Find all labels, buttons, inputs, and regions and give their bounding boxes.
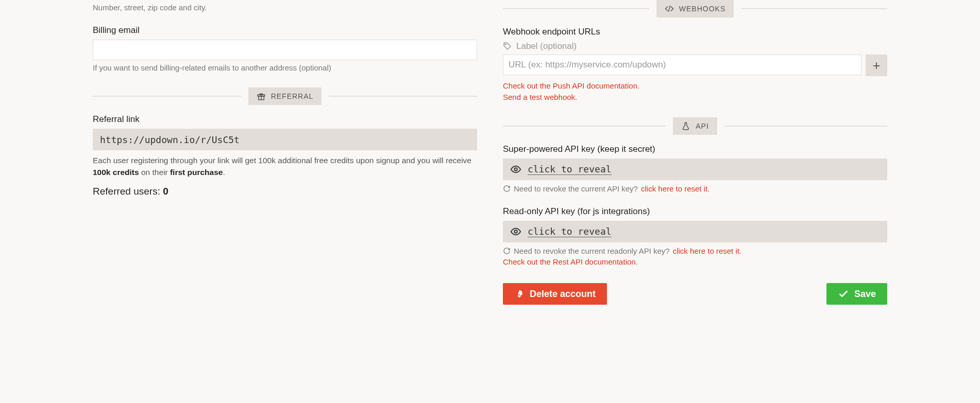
referral-section-badge: REFERRAL <box>248 87 322 105</box>
billing-email-help: If you want to send billing-related emai… <box>93 63 477 72</box>
refresh-icon <box>503 247 511 255</box>
referral-link-label: Referral link <box>93 114 477 125</box>
revoke-readonly-api-key-text: Need to revoke the current readonly API … <box>514 247 670 255</box>
webhook-url-input[interactable] <box>503 55 861 75</box>
reset-readonly-api-key-link[interactable]: click here to reset it. <box>673 247 741 255</box>
divider-line <box>503 8 649 9</box>
divider-line <box>93 96 241 97</box>
check-icon <box>838 288 849 300</box>
plus-icon: + <box>872 58 880 74</box>
revoke-api-key-text: Need to revoke the current API key? <box>514 184 638 193</box>
eye-icon <box>510 226 521 237</box>
click-to-reveal[interactable]: click to reveal <box>528 164 612 175</box>
delete-account-button[interactable]: Delete account <box>503 283 607 305</box>
readonly-api-key-box[interactable]: click to reveal <box>503 221 887 242</box>
referred-users: Referred users: 0 <box>93 186 477 197</box>
svg-point-3 <box>514 168 517 171</box>
divider-line <box>329 96 477 97</box>
api-section-label: API <box>696 122 709 130</box>
refresh-icon <box>503 185 511 192</box>
address-help: Number, street, zip code and city. <box>93 3 477 12</box>
eye-icon <box>510 164 521 175</box>
flame-icon <box>514 289 525 299</box>
referral-link-box[interactable]: https://updown.io/r/UsC5t <box>93 129 477 150</box>
click-to-reveal[interactable]: click to reveal <box>528 226 612 237</box>
divider-line <box>741 8 887 9</box>
api-section-badge: API <box>673 117 717 135</box>
add-webhook-button[interactable]: + <box>866 55 887 76</box>
super-api-key-box[interactable]: click to reveal <box>503 159 887 180</box>
gift-icon <box>257 92 266 101</box>
save-button[interactable]: Save <box>826 283 887 305</box>
rest-api-doc-link[interactable]: Check out the Rest API documentation. <box>503 257 638 266</box>
tag-icon <box>503 42 512 51</box>
flask-icon <box>681 121 690 131</box>
referral-description: Each user registering through your link … <box>93 154 477 179</box>
super-api-key-label: Super-powered API key (keep it secret) <box>503 144 887 154</box>
webhooks-section-label: WEBHOOKS <box>679 5 725 13</box>
referral-link-value: https://updown.io/r/UsC5t <box>100 134 240 145</box>
billing-email-label: Billing email <box>93 25 477 36</box>
divider-line <box>724 126 887 127</box>
webhook-urls-label: Webhook endpoint URLs <box>503 27 887 37</box>
push-api-doc-link[interactable]: Check out the Push API documentation. <box>503 81 639 90</box>
reset-api-key-link[interactable]: click here to reset it. <box>641 184 709 193</box>
svg-point-2 <box>505 44 506 45</box>
code-icon <box>665 4 674 13</box>
readonly-api-key-label: Read-only API key (for js integrations) <box>503 206 887 217</box>
referral-section-label: REFERRAL <box>271 92 314 100</box>
send-test-webhook-link[interactable]: Send a test webhook. <box>503 93 577 101</box>
divider-line <box>503 126 666 127</box>
billing-email-input[interactable] <box>93 40 477 60</box>
webhook-label-input[interactable]: Label (optional) <box>503 41 887 51</box>
webhooks-section-badge: WEBHOOKS <box>656 0 734 17</box>
svg-point-4 <box>514 230 517 233</box>
